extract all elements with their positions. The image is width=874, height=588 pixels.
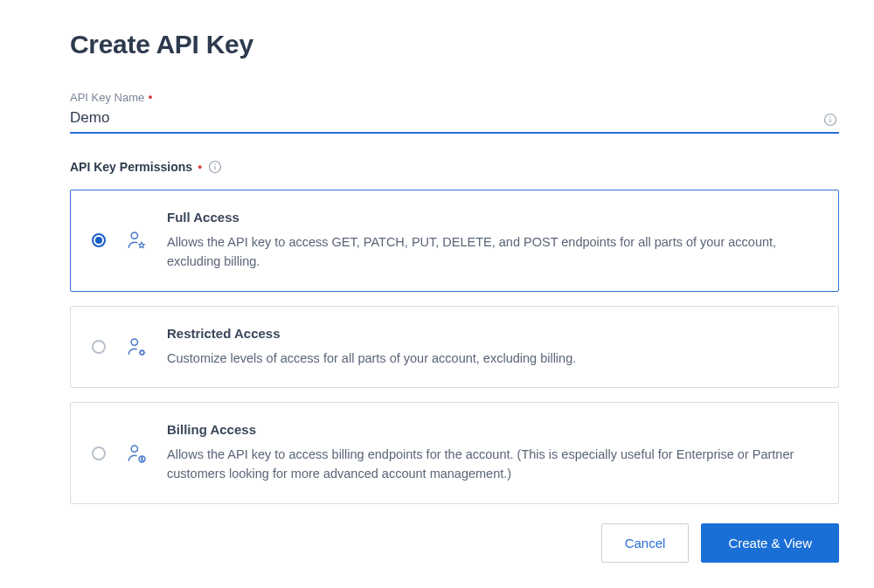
permissions-section-label: API Key Permissions● [70,160,839,174]
api-key-name-input[interactable] [70,106,839,134]
footer-actions: Cancel Create & View [70,523,839,563]
user-gear-icon [125,336,148,358]
radio-billing-access[interactable] [92,446,106,460]
option-description: Allows the API key to access billing end… [167,446,819,484]
cancel-button[interactable]: Cancel [601,523,690,563]
radio-full-access[interactable] [92,233,106,247]
create-and-view-button[interactable]: Create & View [701,523,839,563]
user-star-icon [125,229,148,252]
required-indicator-icon: ● [198,163,202,171]
user-dollar-icon [125,442,148,465]
api-key-name-field: API Key Name ● [70,91,839,134]
option-title: Restricted Access [167,326,819,341]
option-title: Billing Access [167,422,819,437]
svg-point-2 [829,116,830,117]
permission-option-billing-access[interactable]: Billing Access Allows the API key to acc… [70,402,839,504]
option-title: Full Access [167,210,819,225]
permissions-label-text: API Key Permissions [70,160,192,174]
svg-point-5 [214,163,215,164]
option-description: Customize levels of access for all parts… [167,349,819,369]
required-indicator-icon: ● [148,93,152,101]
page-title: Create API Key [70,30,839,59]
info-icon[interactable] [823,113,837,127]
info-icon[interactable] [208,160,222,174]
permission-option-restricted-access[interactable]: Restricted Access Customize levels of ac… [70,306,839,389]
svg-point-6 [131,232,137,239]
api-key-name-label-text: API Key Name [70,91,144,104]
svg-point-8 [140,350,144,355]
permission-option-full-access[interactable]: Full Access Allows the API key to access… [70,190,839,292]
svg-point-9 [131,445,137,451]
api-key-name-label: API Key Name ● [70,91,839,104]
radio-restricted-access[interactable] [92,340,106,354]
option-description: Allows the API key to access GET, PATCH,… [167,233,819,272]
svg-point-7 [131,339,137,345]
